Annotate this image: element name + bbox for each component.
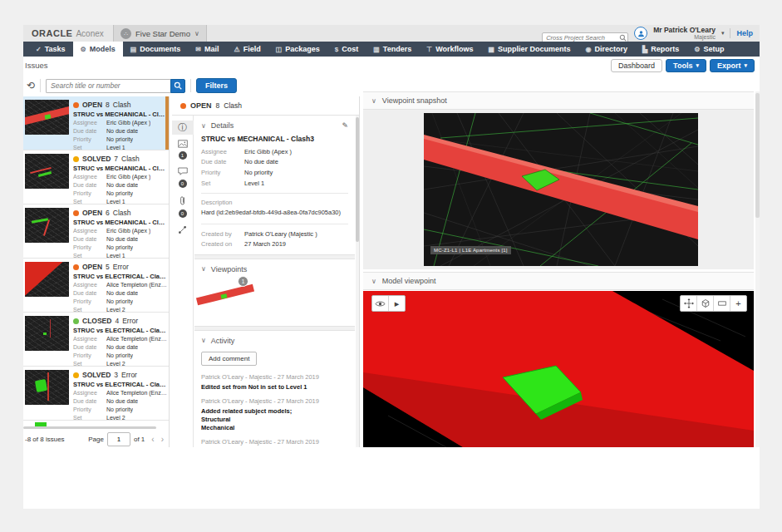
issue-detail-panel: OPEN 8 Clash ⓘ 1 0 0 ∨ [172, 96, 360, 447]
supplier-documents-icon: ▦ [489, 46, 495, 53]
chevron-right-icon[interactable]: › [161, 435, 164, 444]
detail-header: OPEN 8 Clash [172, 96, 359, 116]
issues-list: OPEN8Clash STRUC vs MECHANICAL - Clash3 … [23, 96, 170, 447]
viewpoint-snapshot-image: MC-Z1-L1 | L1E Apartments [1] [424, 113, 698, 266]
relations-icon [178, 225, 187, 236]
issue-list-item[interactable]: OPEN5Error STRUC vs ELECTRICAL - Clash4 … [23, 259, 169, 313]
nav-item-supplier-documents[interactable]: ▦Supplier Documents [481, 42, 578, 57]
nav-item-tasks[interactable]: ✓Tasks [28, 42, 73, 57]
aconex-app: ORACLE Aconex ∴ Five Star Demo ∨ Mr Patr… [0, 0, 782, 532]
chevron-down-icon: ∨ [194, 30, 199, 37]
cube-icon[interactable] [696, 296, 713, 311]
pan-icon[interactable] [681, 296, 696, 311]
issue-thumbnail [25, 100, 69, 135]
page-number-input[interactable] [107, 432, 130, 446]
viewpoint-snapshot-header[interactable]: ∨ Viewpoint snapshot [363, 91, 754, 110]
issue-list-item[interactable]: SOLVED3Error STRUC vs ELECTRICAL - Clash… [23, 367, 169, 421]
activity-entry: Patrick O'Leary - Majestic - 27 March 20… [194, 395, 355, 436]
reports-icon: ▙ [642, 46, 647, 53]
info-tab[interactable]: ⓘ [172, 121, 194, 135]
nav-item-packages[interactable]: ◫Packages [268, 42, 327, 57]
expand-play-icon[interactable]: ▸ [388, 296, 405, 311]
cross-project-search[interactable] [542, 28, 628, 39]
chevron-down-icon: ∨ [201, 337, 206, 344]
chevron-down-icon: ∨ [201, 265, 206, 273]
caret-down-icon: ▾ [744, 62, 747, 69]
nav-item-mail[interactable]: ✉Mail [188, 42, 226, 57]
user-menu[interactable]: Mr Patrick O'Leary Majestic [653, 27, 716, 41]
issue-list-item[interactable]: OPEN8Clash STRUC vs MECHANICAL - Clash3 … [23, 96, 169, 150]
nav-item-tenders[interactable]: ▥Tenders [366, 42, 419, 57]
details-section-header[interactable]: ∨ Details ✎ [194, 116, 355, 134]
gear-icon: ⚙ [694, 46, 700, 53]
divider [190, 79, 191, 92]
activity-entry: Patrick O'Leary - Majestic - 27 March 20… [194, 436, 355, 447]
viewer-right-toolbar: + [680, 295, 747, 312]
status-dot [73, 318, 79, 324]
issue-list-item[interactable]: CLOSED4Error STRUC vs ELECTRICAL - Clash… [23, 313, 169, 367]
attachments-tab[interactable]: 0 [172, 193, 194, 220]
zoom-in-icon[interactable]: + [730, 296, 746, 311]
issue-thumbnail [25, 316, 69, 351]
status-dot [180, 103, 186, 109]
caret-down-icon[interactable]: ▾ [721, 30, 725, 37]
directory-icon: ◉ [586, 46, 592, 53]
issue-search [46, 79, 185, 93]
horizontal-scrollbar[interactable] [23, 426, 156, 429]
issue-title: STRUC vs MECHANICAL - Clash3 [73, 111, 167, 118]
filters-button[interactable]: Filters [196, 78, 237, 93]
chevron-left-icon[interactable]: ‹ [151, 435, 154, 444]
created-on-value: 27 March 2019 [244, 240, 286, 249]
help-link[interactable]: Help [736, 29, 753, 37]
tools-button[interactable]: Tools▾ [666, 59, 706, 72]
nav-item-documents[interactable]: ▤Documents [123, 42, 189, 57]
export-button[interactable]: Export▾ [710, 59, 755, 72]
info-icon: ⓘ [178, 123, 187, 132]
nav-item-workflows[interactable]: ⊤Workflows [419, 42, 480, 57]
nav-item-field[interactable]: ⚠Field [227, 42, 268, 57]
relations-tab[interactable] [172, 223, 194, 239]
issue-list-item[interactable]: OPEN6Clash STRUC vs MECHANICAL - Clash1 … [23, 204, 169, 259]
issue-title: STRUC vs ELECTRICAL - Clash4 [73, 273, 167, 280]
user-avatar[interactable] [634, 27, 647, 40]
detail-scrollbar[interactable] [356, 116, 359, 447]
nav-item-cost[interactable]: $Cost [327, 42, 366, 57]
snapshot-caption: MC-Z1-L1 | L1E Apartments [1] [430, 246, 511, 254]
main-nav: ✓Tasks ⚙Models ▤Documents ✉Mail ⚠Field ◫… [23, 42, 760, 57]
add-comment-button[interactable]: Add comment [201, 352, 257, 366]
toolbar-actions: Dashboard Tools▾ Export▾ [611, 59, 755, 72]
issue-title: STRUC vs MECHANICAL - Clash2 [73, 165, 167, 172]
comments-tab[interactable]: 0 [172, 165, 194, 190]
model-viewpoint-canvas[interactable]: ▸ + [363, 291, 754, 447]
model-viewpoint-header[interactable]: ∨ Model viewpoint [363, 272, 754, 290]
nav-item-setup[interactable]: ⚙Setup [686, 42, 731, 57]
user-org: Majestic [694, 34, 716, 40]
status-dot [73, 102, 79, 108]
project-selector[interactable]: ∴ Five Star Demo ∨ [113, 25, 207, 42]
fit-rectangle-icon[interactable] [713, 296, 730, 311]
panel-scrollbar[interactable] [755, 91, 760, 447]
viewpoint-snapshot-body: MC-Z1-L1 | L1E Apartments [1] [363, 110, 754, 269]
dashboard-button[interactable]: Dashboard [611, 59, 662, 72]
activity-section-header[interactable]: ∨ Activity [194, 331, 355, 349]
issue-search-input[interactable] [46, 79, 170, 93]
issue-list-item[interactable]: SOLVED7Clash STRUC vs MECHANICAL - Clash… [23, 150, 169, 204]
nav-item-models[interactable]: ⚙Models [73, 42, 123, 57]
status-dot [73, 156, 79, 162]
edit-pencil-icon[interactable]: ✎ [342, 121, 348, 130]
viewpoint-thumbnail[interactable]: 1 [201, 279, 245, 313]
visibility-eye-icon[interactable] [372, 296, 388, 311]
viewpoints-section-header[interactable]: ∨ Viewpoints [194, 259, 355, 278]
viewer-left-toolbar: ▸ [371, 295, 406, 312]
chevron-down-icon: ∨ [371, 97, 376, 105]
search-button[interactable] [170, 79, 185, 93]
created-by-label: Created by [201, 230, 244, 239]
attachments-count-badge: 0 [179, 209, 187, 218]
nav-item-reports[interactable]: ▙Reports [635, 42, 686, 57]
nav-item-directory[interactable]: ◉Directory [578, 42, 636, 57]
issue-title: STRUC vs ELECTRICAL - Clash3 [73, 327, 167, 334]
results-summary: -8 of 8 issues [25, 436, 65, 443]
aconex-logo: Aconex [76, 29, 103, 38]
refresh-icon[interactable]: ⟲ [27, 81, 35, 91]
viewpoints-tab[interactable]: 1 [172, 137, 194, 162]
